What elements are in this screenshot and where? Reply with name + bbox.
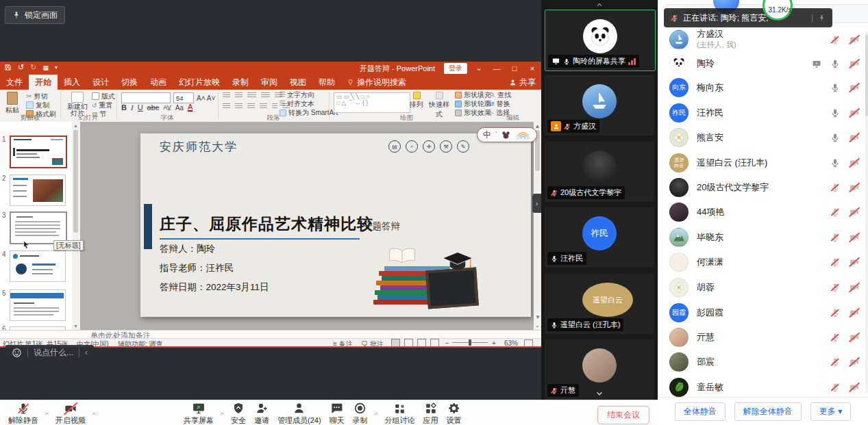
pin-icon[interactable] xyxy=(818,14,826,22)
find-button[interactable]: 查找 xyxy=(489,91,511,99)
maximize-button[interactable]: □ xyxy=(506,62,523,75)
security-button[interactable]: 安全 xyxy=(227,402,250,425)
record-options-chevron[interactable] xyxy=(373,411,380,417)
more-button[interactable]: 更多 ▾ xyxy=(810,402,851,421)
tab-slideshow[interactable]: 幻灯片放映 xyxy=(173,75,226,90)
ime-toolbar[interactable]: 中 ’ xyxy=(477,127,537,142)
mic-muted-icon[interactable] xyxy=(830,257,840,268)
share-options-chevron[interactable] xyxy=(219,411,225,417)
chat-button[interactable]: 聊天 xyxy=(325,402,349,425)
font-name-box[interactable] xyxy=(121,92,171,103)
member-row[interactable]: 何潇潇 xyxy=(658,250,868,274)
mic-muted-icon[interactable] xyxy=(830,182,840,193)
cut-button[interactable]: ✂剪切 xyxy=(26,92,56,100)
font-color-button[interactable]: A xyxy=(188,104,193,112)
video-tile[interactable]: 亓慧 xyxy=(545,339,654,400)
settings-button[interactable]: 设置 xyxy=(443,402,466,425)
screen-share-icon[interactable] xyxy=(811,60,822,68)
mic-muted-icon[interactable] xyxy=(830,207,840,218)
ppt-share-button[interactable]: 共享 xyxy=(509,75,536,90)
tab-design[interactable]: 设计 xyxy=(86,75,115,90)
slide-thumbnail-4[interactable] xyxy=(10,250,66,282)
record-slideshow-icon[interactable]: ▦ xyxy=(42,64,49,71)
tab-file[interactable]: 文件 xyxy=(0,75,29,90)
member-row[interactable]: 熊言安 xyxy=(658,125,868,150)
ime-skin-icon[interactable] xyxy=(501,131,510,140)
minimize-button[interactable]: — xyxy=(488,62,506,75)
zoom-slider[interactable] xyxy=(452,342,488,343)
replace-button[interactable]: ⇄替换 xyxy=(489,100,511,107)
record-button[interactable]: 录制 xyxy=(349,402,372,425)
collapse-up-icon[interactable] xyxy=(541,1,658,9)
member-row[interactable]: 陶玲 xyxy=(658,51,868,76)
members-scrollbar[interactable] xyxy=(865,31,868,393)
camera-off-icon[interactable] xyxy=(848,59,860,68)
member-row[interactable]: 园霞 彭园霞 xyxy=(658,300,868,325)
quick-access-toolbar[interactable]: ↺ ↻ ▦ ▾ xyxy=(4,63,58,72)
current-slide[interactable]: 安庆师范大学 ▤ ⌕ ✛ ⚒ ✎ 庄子、屈原作品艺术精神比较 开题答辩 答辩人：… xyxy=(140,133,531,317)
camera-off-icon[interactable] xyxy=(848,158,860,168)
close-button[interactable]: × xyxy=(523,62,541,75)
qat-customize-icon[interactable]: ▾ xyxy=(55,64,58,70)
slide-thumbnail-2[interactable] xyxy=(10,175,66,206)
layout-button[interactable]: 版式 xyxy=(92,92,115,100)
share-screen-button[interactable]: 共享屏幕 xyxy=(179,402,218,425)
camera-off-icon[interactable] xyxy=(848,283,860,292)
video-tile[interactable]: 祚民 汪祚民 xyxy=(545,207,654,268)
grow-shrink-font-icons[interactable]: A˄ A˅ xyxy=(197,94,215,102)
mic-options-chevron[interactable] xyxy=(44,411,50,417)
tab-record[interactable]: 录制 xyxy=(226,75,255,90)
camera-off-icon[interactable] xyxy=(848,35,860,44)
save-icon[interactable] xyxy=(4,64,12,71)
tab-animations[interactable]: 动画 xyxy=(144,75,173,90)
paste-button[interactable]: 粘贴 xyxy=(5,92,19,115)
mic-icon[interactable] xyxy=(830,157,840,168)
slide-thumbnail-5[interactable] xyxy=(10,289,66,321)
member-row[interactable]: 方盛汉 (主持人, 我) xyxy=(658,25,868,55)
camera-off-icon[interactable] xyxy=(848,233,860,242)
camera-off-icon[interactable] xyxy=(848,257,860,267)
member-row[interactable]: 向东 梅向东 xyxy=(658,75,868,100)
camera-off-icon[interactable] xyxy=(848,133,860,142)
mic-icon[interactable] xyxy=(830,107,840,118)
underline-button[interactable]: U xyxy=(138,103,143,112)
shape-fill-button[interactable]: 形状填充 xyxy=(455,91,491,99)
change-case-button[interactable]: Aa xyxy=(175,104,184,112)
mic-muted-icon[interactable] xyxy=(830,332,840,343)
ime-mode-label[interactable]: 中 xyxy=(483,129,491,141)
apps-button[interactable]: 应用 xyxy=(419,402,443,425)
collapse-left-icon[interactable]: ‹ xyxy=(85,348,88,357)
mic-icon[interactable] xyxy=(830,132,840,143)
member-row[interactable]: 邵宸 xyxy=(658,350,868,374)
camera-off-icon[interactable] xyxy=(848,83,860,92)
video-tile[interactable]: 20级古代文学黎宇 xyxy=(545,142,654,202)
camera-off-icon[interactable] xyxy=(848,183,860,192)
member-row[interactable]: 毕晓东 xyxy=(658,225,868,250)
camera-off-icon[interactable] xyxy=(848,207,860,217)
mic-muted-icon[interactable] xyxy=(830,232,840,243)
ribbon-options-button[interactable]: ⌄ xyxy=(470,62,488,75)
video-tile-sharing[interactable]: 陶玲的屏幕共享 xyxy=(545,10,656,71)
tab-insert[interactable]: 插入 xyxy=(58,75,86,90)
mic-muted-icon[interactable] xyxy=(830,357,840,368)
ime-punct-icon[interactable]: ’ xyxy=(495,130,497,140)
mic-muted-icon[interactable] xyxy=(830,282,840,293)
member-row[interactable]: 胡蓉 xyxy=(658,275,868,300)
member-row[interactable]: 祚民 汪祚民 xyxy=(658,101,868,125)
video-options-chevron[interactable] xyxy=(91,411,97,417)
canvas-scrollbar[interactable]: ▲ ▼ ⌄ xyxy=(534,122,541,330)
invite-button[interactable]: 邀请 xyxy=(250,402,273,425)
tab-home[interactable]: 开始 xyxy=(29,75,58,90)
member-row[interactable]: 44项艳 xyxy=(658,200,868,224)
camera-off-icon[interactable] xyxy=(848,357,860,367)
member-row[interactable]: 遥望白云 遥望白云 (汪孔丰) xyxy=(658,151,868,175)
collapse-down-icon[interactable] xyxy=(541,389,658,398)
undo-icon[interactable]: ↺ xyxy=(18,63,24,72)
camera-off-icon[interactable] xyxy=(848,308,860,318)
slide-thumbnail-1[interactable] xyxy=(10,136,67,168)
italic-button[interactable]: I xyxy=(131,103,134,112)
member-row[interactable]: 亓慧 xyxy=(658,325,868,350)
video-tile[interactable]: 方盛汉 xyxy=(545,75,654,136)
tab-help[interactable]: 帮助 xyxy=(312,75,341,90)
breakout-rooms-button[interactable]: 分组讨论 xyxy=(381,402,419,425)
